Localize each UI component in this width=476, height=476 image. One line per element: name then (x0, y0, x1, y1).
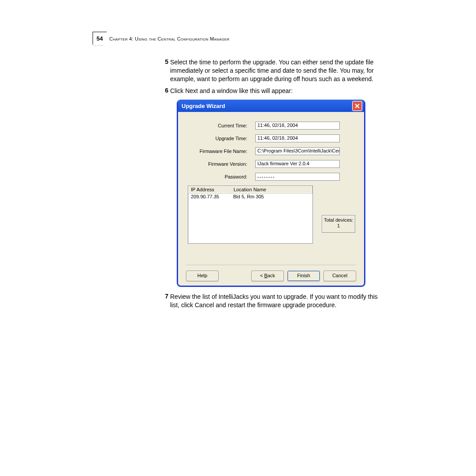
page-corner-dots: ······ (93, 44, 104, 48)
row-upgrade-time: Upgrade Time: 11:46, 02/18, 2004 (188, 134, 354, 142)
step-6: 6 Click Next and a window like this will… (158, 87, 383, 95)
page-number: 54 (97, 35, 103, 42)
button-row: Help < Back Finish Cancel (178, 271, 364, 281)
titlebar[interactable]: Upgrade Wizard (178, 100, 364, 112)
row-firmware-file: Firmaware File Name: C:\Program Files\3C… (188, 147, 354, 155)
document-body: 5 Select the time to perform the upgrade… (158, 58, 383, 99)
step-7: 7 Review the list of IntelliJacks you wa… (158, 293, 383, 309)
close-icon (355, 104, 360, 108)
table-header: IP Address Location Name (188, 186, 312, 193)
total-devices-box: Total devices: 1 (322, 215, 355, 233)
field-upgrade-time[interactable]: 11:46, 02/18, 2004 (255, 134, 340, 142)
row-current-time: Current Time: 11:46, 02/18, 2004 (188, 122, 354, 130)
back-button[interactable]: < Back (251, 271, 284, 281)
cancel-button[interactable]: Cancel (324, 271, 356, 281)
field-firmware-version[interactable]: IJack firmware Ver 2.0.4 (255, 160, 340, 168)
cell-ip: 209.90.77.35 (188, 193, 231, 200)
total-devices-label: Total devices: (322, 217, 355, 223)
label-current-time: Current Time: (188, 123, 255, 128)
field-current-time[interactable]: 11:46, 02/18, 2004 (255, 122, 340, 130)
cell-location: Bld 5, Rm 305 (231, 193, 312, 200)
separator (186, 265, 356, 266)
dialog-title: Upgrade Wizard (182, 103, 225, 109)
table-row[interactable]: 209.90.77.35 Bld 5, Rm 305 (188, 193, 312, 200)
field-firmware-file[interactable]: C:\Program Files\3Com\IntelliJack\Cent (255, 147, 340, 155)
finish-button[interactable]: Finish (287, 271, 320, 281)
close-button[interactable] (352, 101, 362, 111)
help-button[interactable]: Help (186, 271, 219, 281)
label-firmware-version: Firmware Version: (188, 161, 255, 167)
step-text: Click Next and a window like this will a… (170, 87, 293, 95)
step-text: Select the time to perform the upgrade. … (170, 58, 383, 83)
upgrade-wizard-dialog: Upgrade Wizard Current Time: 11:46, 02/1… (177, 100, 365, 287)
step-number: 7 (158, 293, 170, 309)
label-password: Password: (188, 174, 255, 179)
document-body-lower: 7 Review the list of IntelliJacks you wa… (158, 293, 383, 313)
row-firmware-version: Firmware Version: IJack firmware Ver 2.0… (188, 160, 354, 168)
total-devices-count: 1 (322, 223, 355, 229)
chapter-title: Chapter 4: Using the Central Configurati… (109, 36, 230, 41)
col-location-name[interactable]: Location Name (231, 186, 312, 193)
field-password[interactable]: xxxxxxxx (255, 173, 340, 181)
row-password: Password: xxxxxxxx (188, 173, 354, 181)
label-upgrade-time: Upgrade Time: (188, 136, 255, 141)
step-number: 6 (158, 87, 170, 95)
device-table: IP Address Location Name 209.90.77.35 Bl… (188, 186, 313, 244)
step-text: Review the list of IntelliJacks you want… (170, 293, 383, 309)
col-ip-address[interactable]: IP Address (188, 186, 231, 193)
label-firmware-file: Firmaware File Name: (188, 149, 255, 154)
step-5: 5 Select the time to perform the upgrade… (158, 58, 383, 83)
step-number: 5 (158, 58, 170, 83)
